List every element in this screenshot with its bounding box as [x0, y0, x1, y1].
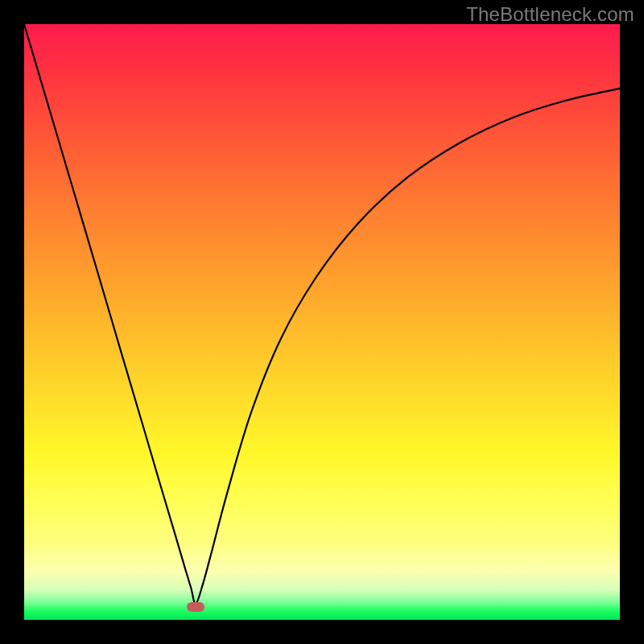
bottleneck-curve — [24, 24, 620, 620]
watermark-text: TheBottleneck.com — [466, 3, 634, 26]
plot-gradient-area — [24, 24, 620, 620]
chart-frame: TheBottleneck.com — [0, 0, 644, 644]
minimum-marker — [187, 602, 204, 612]
